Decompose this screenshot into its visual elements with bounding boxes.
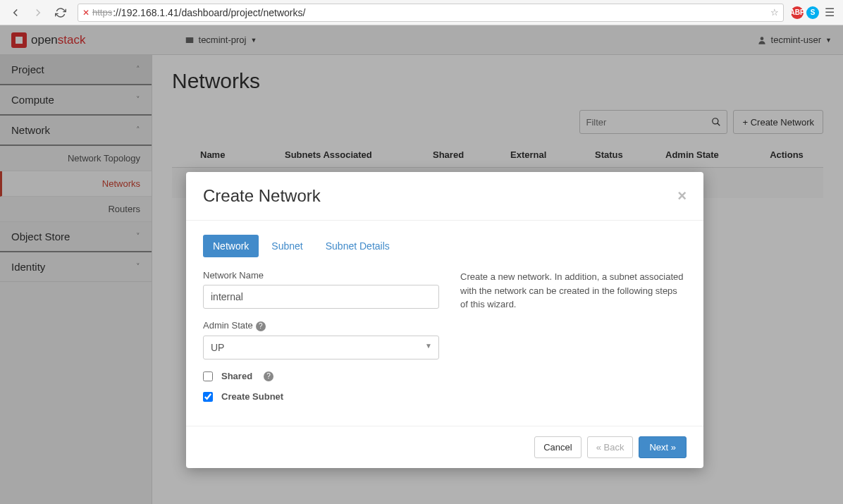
back-button[interactable] [6,3,25,23]
form-columns: Network Name Admin State? UP ▼ [203,270,687,412]
shared-row: Shared ? [203,371,439,381]
url-scheme: https [92,7,112,18]
create-network-modal: Create Network × Network Subnet Subnet D… [186,172,703,468]
address-bar[interactable]: ✕ https ://192.168.1.41/dashboard/projec… [78,4,784,22]
modal-body: Network Subnet Subnet Details Network Na… [186,221,703,426]
help-icon[interactable]: ? [264,371,273,381]
create-subnet-row: Create Subnet [203,391,439,402]
browser-menu-icon[interactable]: ☰ [822,6,837,19]
admin-state-select[interactable]: UP [203,336,439,359]
bookmark-icon[interactable]: ☆ [770,7,779,18]
back-button[interactable]: « Back [587,436,634,458]
modal-footer: Cancel « Back Next » [186,426,703,468]
reload-button[interactable] [51,3,70,23]
cancel-button[interactable]: Cancel [534,436,581,458]
shared-label: Shared [221,371,252,381]
modal-tabs: Network Subnet Subnet Details [203,235,687,257]
create-subnet-label: Create Subnet [221,391,283,402]
shared-checkbox[interactable] [203,371,213,381]
modal-title: Create Network [203,186,321,206]
create-subnet-checkbox[interactable] [203,392,213,402]
browser-toolbar: ✕ https ://192.168.1.41/dashboard/projec… [0,0,843,25]
network-name-label: Network Name [203,270,439,281]
forward-button[interactable] [28,3,48,23]
tab-network[interactable]: Network [203,235,259,257]
modal-header: Create Network × [186,172,703,221]
form-group-admin: Admin State? UP ▼ [203,320,439,359]
tab-subnet-details[interactable]: Subnet Details [316,235,400,257]
form-help-text: Create a new network. In addition, a sub… [460,270,687,412]
abp-extension-icon[interactable]: ABP [791,6,804,19]
help-icon[interactable]: ? [256,321,266,331]
skype-extension-icon[interactable]: S [806,6,819,19]
security-warning-icon: ✕ [82,8,90,18]
url-text: ://192.168.1.41/dashboard/project/networ… [113,7,305,18]
network-name-input[interactable] [203,285,439,309]
close-icon[interactable]: × [677,187,687,205]
admin-state-label: Admin State? [203,320,439,331]
form-group-name: Network Name [203,270,439,309]
tab-subnet[interactable]: Subnet [261,235,312,257]
next-button[interactable]: Next » [639,436,687,458]
form-left: Network Name Admin State? UP ▼ [203,270,439,412]
